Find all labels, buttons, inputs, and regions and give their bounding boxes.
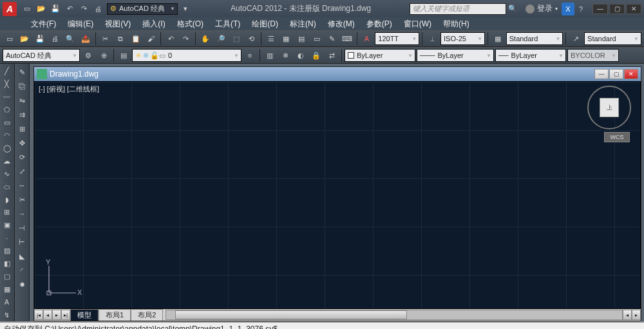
gradient-icon[interactable]: ◧ xyxy=(0,258,14,270)
erase-icon[interactable]: ✎ xyxy=(15,65,29,79)
markup-icon[interactable]: ✎ xyxy=(325,32,339,46)
color-select[interactable]: ByLayer xyxy=(345,49,415,62)
zoom-window-icon[interactable]: ⬚ xyxy=(229,32,243,46)
polygon-icon[interactable]: ⬠ xyxy=(0,104,14,117)
array-icon[interactable]: ⊞ xyxy=(15,122,29,136)
rectangle-icon[interactable]: ▭ xyxy=(0,117,14,129)
menu-tools[interactable]: 工具(T) xyxy=(210,17,245,31)
menu-edit[interactable]: 编辑(E) xyxy=(62,17,99,31)
table-icon[interactable]: ▦ xyxy=(0,283,14,296)
revcloud-icon[interactable]: ☁ xyxy=(0,155,14,167)
tablestyle-select[interactable]: Standard xyxy=(506,32,564,45)
arc-icon[interactable]: ◠ xyxy=(0,129,14,142)
scale-icon[interactable]: ⤢ xyxy=(15,164,29,178)
textstyle-select[interactable]: 120TT xyxy=(375,32,419,45)
doc-minimize-button[interactable]: — xyxy=(594,69,609,79)
doc-maximize-button[interactable]: ▢ xyxy=(609,69,623,79)
tab-layout1[interactable]: 布局1 xyxy=(99,309,131,321)
layer-iso-icon[interactable]: ▥ xyxy=(263,48,277,62)
calc-icon[interactable]: ⌨ xyxy=(340,32,354,46)
pan-icon[interactable]: ✋ xyxy=(198,32,213,46)
open-file-icon[interactable]: 📂 xyxy=(18,32,32,46)
tab-last-button[interactable]: ▸| xyxy=(61,310,70,320)
properties-icon[interactable]: ☰ xyxy=(264,32,278,46)
explode-icon[interactable]: ✸ xyxy=(15,277,29,292)
cut-icon[interactable]: ✂ xyxy=(99,32,113,46)
layer-select[interactable]: ☀❄🔓▭ 0 xyxy=(132,49,242,62)
block-icon[interactable]: ▣ xyxy=(0,219,14,232)
workspace-select-2[interactable]: AutoCAD 经典 xyxy=(3,49,80,62)
minimize-button[interactable]: — xyxy=(592,4,608,14)
layer-props-icon[interactable]: ▤ xyxy=(117,48,131,62)
scrollbar-thumb[interactable] xyxy=(175,310,407,319)
spline-icon[interactable]: ∿ xyxy=(0,167,14,180)
copy2-icon[interactable]: ⿻ xyxy=(15,79,29,93)
trim-icon[interactable]: ✂ xyxy=(15,193,29,207)
zoom-prev-icon[interactable]: ⟲ xyxy=(244,32,258,46)
join-icon[interactable]: ⊢ xyxy=(15,235,29,249)
menu-draw[interactable]: 绘图(D) xyxy=(247,17,283,31)
print-icon[interactable]: 🖨 xyxy=(91,3,104,15)
menu-dimension[interactable]: 标注(N) xyxy=(285,17,321,31)
line-icon[interactable]: ╱ xyxy=(0,65,14,78)
chamfer-icon[interactable]: ◣ xyxy=(15,249,29,263)
viewcube-face[interactable]: 上 xyxy=(600,98,619,117)
undo-icon[interactable]: ↶ xyxy=(63,3,76,15)
region-icon[interactable]: ▢ xyxy=(0,270,14,283)
copy-icon[interactable]: ⧉ xyxy=(113,32,128,46)
workspace-settings-icon[interactable]: ⚙ xyxy=(81,48,95,62)
workspace-save-icon[interactable]: ⊕ xyxy=(97,48,111,62)
new-file-icon[interactable]: ▭ xyxy=(3,32,17,46)
redo2-icon[interactable]: ↷ xyxy=(179,32,193,46)
layer-lock-icon[interactable]: 🔒 xyxy=(309,48,323,62)
search-icon[interactable]: 🔍 xyxy=(506,3,519,15)
ellipsearc-icon[interactable]: ◗ xyxy=(0,193,14,206)
view-label[interactable]: [-] [俯视] [二维线框] xyxy=(39,84,99,94)
new-icon[interactable]: ▭ xyxy=(21,3,33,15)
move-icon[interactable]: ✥ xyxy=(15,136,29,150)
tab-layout2[interactable]: 布局2 xyxy=(131,309,163,321)
linetype-select[interactable]: ───ByLayer xyxy=(417,49,494,62)
dropdown-icon[interactable]: ▾ xyxy=(179,3,192,15)
lineweight-select[interactable]: ──ByLayer xyxy=(495,49,566,62)
redo-icon[interactable]: ↷ xyxy=(77,3,90,15)
plot-icon[interactable]: 🖨 xyxy=(48,32,62,46)
tab-next-button[interactable]: ▸ xyxy=(52,310,61,320)
save-icon[interactable]: 💾 xyxy=(49,3,62,15)
layer-match-icon[interactable]: ⇄ xyxy=(325,48,339,62)
zoom-icon[interactable]: 🔎 xyxy=(214,32,228,46)
mleaderstyle-icon[interactable]: ↗ xyxy=(569,32,583,46)
designcenter-icon[interactable]: ▦ xyxy=(279,32,294,46)
tab-prev-button[interactable]: ◂ xyxy=(43,310,52,320)
offset-icon[interactable]: ⇉ xyxy=(15,108,29,122)
textstyle-icon[interactable]: A xyxy=(360,32,374,46)
exchange-icon[interactable]: X xyxy=(562,3,574,15)
scroll-left-button[interactable]: ◂ xyxy=(623,310,632,320)
mirror-icon[interactable]: ⇋ xyxy=(15,93,29,108)
break-icon[interactable]: ⊣ xyxy=(15,221,29,235)
paste-icon[interactable]: 📋 xyxy=(129,32,143,46)
insert-icon[interactable]: ⊞ xyxy=(0,206,14,219)
plotstyle-select[interactable]: BYCOLOR xyxy=(567,49,619,62)
tool-palettes-icon[interactable]: ▤ xyxy=(294,32,308,46)
addselected-icon[interactable]: ↯ xyxy=(0,308,14,321)
search-input[interactable]: 键入关键字或短语 xyxy=(410,3,506,15)
undo2-icon[interactable]: ↶ xyxy=(164,32,178,46)
menu-insert[interactable]: 插入(I) xyxy=(137,17,170,31)
doc-close-button[interactable]: ✕ xyxy=(624,69,638,79)
ellipse-icon[interactable]: ⬭ xyxy=(0,180,14,193)
sheetset-icon[interactable]: ▭ xyxy=(310,32,324,46)
viewcube[interactable]: 上 WCS xyxy=(585,86,634,144)
layer-freeze-icon[interactable]: ❄ xyxy=(278,48,292,62)
match-icon[interactable]: 🖌 xyxy=(144,32,158,46)
tab-first-button[interactable]: |◂ xyxy=(34,310,43,320)
rotate-icon[interactable]: ⟳ xyxy=(15,150,29,164)
layer-prev-icon[interactable]: ≡ xyxy=(243,48,257,62)
drawing-canvas[interactable]: [-] [俯视] [二维线框] X Y 上 WCS xyxy=(34,81,641,309)
preview-icon[interactable]: 🔍 xyxy=(64,32,78,46)
save-file-icon[interactable]: 💾 xyxy=(33,32,47,46)
menu-modify[interactable]: 修改(M) xyxy=(323,17,360,31)
menu-format[interactable]: 格式(O) xyxy=(172,17,209,31)
login-chip[interactable]: 登录 ▾ xyxy=(526,3,558,14)
mtext-icon[interactable]: A xyxy=(0,296,14,308)
